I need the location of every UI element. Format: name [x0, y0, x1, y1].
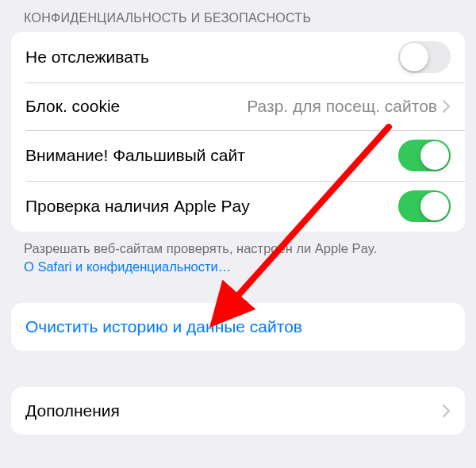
block-cookies-row[interactable]: Блок. cookie Разр. для посещ. сайтов	[11, 82, 465, 130]
fraud-warning-row[interactable]: Внимание! Фальшивый сайт	[11, 130, 465, 181]
apple-pay-check-toggle[interactable]	[398, 190, 451, 222]
block-cookies-label: Блок. cookie	[25, 96, 120, 117]
apple-pay-check-row[interactable]: Проверка наличия Apple Pay	[11, 181, 465, 232]
block-cookies-value: Разр. для посещ. сайтов	[247, 96, 437, 117]
do-not-track-toggle[interactable]	[398, 41, 451, 73]
addons-group: Дополнения	[11, 387, 465, 435]
fraud-warning-label: Внимание! Фальшивый сайт	[25, 145, 245, 166]
section-header-privacy: КОНФИДЕНЦИАЛЬНОСТЬ И БЕЗОПАСНОСТЬ	[0, 11, 476, 32]
addons-label: Дополнения	[25, 401, 120, 421]
do-not-track-row[interactable]: Не отслеживать	[11, 32, 465, 82]
clear-group: Очистить историю и данные сайтов	[11, 303, 465, 351]
privacy-footer-text: Разрешать веб-сайтам проверять, настроен…	[24, 241, 377, 255]
do-not-track-label: Не отслеживать	[25, 47, 149, 67]
clear-history-label: Очистить историю и данные сайтов	[25, 316, 302, 337]
privacy-footer: Разрешать веб-сайтам проверять, настроен…	[0, 232, 476, 276]
addons-row[interactable]: Дополнения	[11, 387, 465, 435]
about-safari-privacy-link[interactable]: О Safari и конфиденциальности…	[24, 259, 231, 274]
chevron-right-icon	[442, 99, 451, 113]
fraud-warning-toggle[interactable]	[398, 140, 451, 171]
privacy-group: Не отслеживать Блок. cookie Разр. для по…	[11, 32, 465, 232]
apple-pay-check-label: Проверка наличия Apple Pay	[25, 196, 250, 217]
clear-history-row[interactable]: Очистить историю и данные сайтов	[11, 303, 465, 351]
chevron-right-icon	[442, 404, 451, 418]
